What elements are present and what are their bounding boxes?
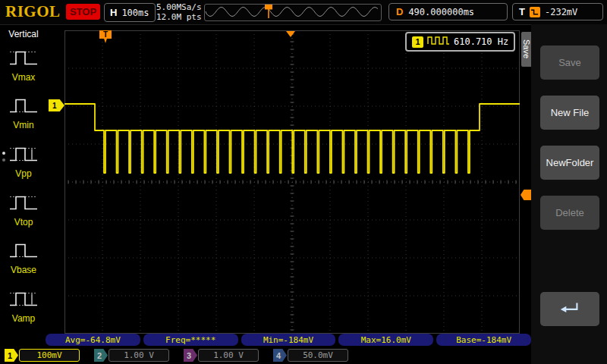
channel-number-badge: 4 <box>273 349 287 362</box>
channel-number-badge: 3 <box>184 349 197 362</box>
channel-status: 2 1.00 V <box>94 349 169 362</box>
d-label: D <box>396 6 403 17</box>
horizontal-timebase-box: H 100ms <box>104 3 156 22</box>
channel-scale-value: 100mV <box>19 349 80 362</box>
frequency-counter: 1 610.710 Hz <box>405 32 515 52</box>
measure-menu-title: Vertical <box>0 29 47 39</box>
vamp-icon <box>8 289 39 312</box>
top-status-bar: RIGOL STOP H 100ms 5.00MSa/s 12.0M pts D… <box>0 0 607 25</box>
measurement-item: Max=16.0mV <box>338 334 433 346</box>
waveform-display <box>64 30 520 334</box>
h-label: H <box>110 7 117 18</box>
measure-menu-item[interactable]: Vpp <box>8 144 39 179</box>
channel-scale-value: 1.00 V <box>198 349 259 362</box>
counter-channel-badge: 1 <box>412 36 423 48</box>
t-label: T <box>519 6 525 17</box>
measure-menu-item[interactable]: Vmin <box>8 96 39 130</box>
channel-status: 1 100mV <box>5 349 80 362</box>
horizontal-offset-value: 490.000000ms <box>408 7 474 17</box>
channel-scale-value: 1.00 V <box>109 349 169 362</box>
save-menu-buttons: Save New File NewFolder Delete <box>540 24 599 312</box>
run-state-badge: STOP <box>66 4 100 20</box>
square-wave-icon <box>427 35 450 49</box>
back-button[interactable] <box>540 292 599 326</box>
measure-menu-item[interactable]: Vtop <box>8 193 39 228</box>
oscilloscope-screen: RIGOL STOP H 100ms 5.00MSa/s 12.0M pts D… <box>0 0 607 364</box>
channel-status-items: 1 100mV 2 1.00 V 3 1.00 V 4 50.0mV <box>0 347 607 364</box>
measure-menu-item[interactable]: Vbase <box>8 240 39 275</box>
waveform-plot <box>64 30 520 334</box>
preview-waveform-icon <box>205 5 379 19</box>
measure-menu: Vertical Vmax Vmin Vpp <box>0 24 47 334</box>
trigger-level-value: -232mV <box>545 7 577 17</box>
menu-button[interactable]: Delete <box>540 196 599 230</box>
measurement-results-bar: Avg=-64.8mV Freq=***** Min=-184mV Max=16… <box>46 334 531 346</box>
timebase-value: 100ms <box>121 8 149 18</box>
return-arrow-icon <box>558 300 582 318</box>
sample-rate: 5.00MSa/s <box>156 2 202 12</box>
page-dot <box>2 158 5 162</box>
channel-status-bar: 1 100mV 2 1.00 V 3 1.00 V 4 50.0mV <box>0 347 607 364</box>
vpp-icon <box>8 144 39 168</box>
menu-button[interactable]: New File <box>540 96 599 130</box>
measurement-item: Min=-184mV <box>241 334 336 346</box>
measurement-item: Freq=***** <box>143 334 238 346</box>
channel-scale-value: 50.0mV <box>288 349 348 362</box>
trigger-center-icon <box>286 31 295 37</box>
measure-menu-item[interactable]: Vmax <box>8 48 39 83</box>
trigger-level-marker <box>521 190 531 200</box>
acquisition-info: 5.00MSa/s 12.0M pts <box>156 2 202 22</box>
channel-status: 3 1.00 V <box>184 349 259 362</box>
menu-button[interactable]: Save <box>540 46 599 80</box>
horizontal-offset-box: D 490.000000ms <box>388 3 508 20</box>
trigger-info-box: T -232mV <box>512 3 603 20</box>
vbase-icon <box>8 240 39 264</box>
channel-status: 4 50.0mV <box>273 349 348 362</box>
measurement-item: Avg=-64.8mV <box>46 334 140 346</box>
menu-tab-save: Save <box>521 32 531 67</box>
frequency-value: 610.710 Hz <box>454 36 508 47</box>
menu-button[interactable]: NewFolder <box>540 146 599 180</box>
vmin-icon <box>8 96 39 119</box>
brand-logo: RIGOL <box>5 2 61 21</box>
channel-number-badge: 1 <box>5 349 18 362</box>
vmax-icon <box>8 48 39 71</box>
vtop-icon <box>8 193 39 216</box>
channel1-level-marker: 1 <box>49 99 64 111</box>
page-dot <box>2 152 5 155</box>
menu-page-indicator <box>2 152 5 162</box>
channel-number-badge: 2 <box>94 349 108 362</box>
memory-waveform-preview <box>204 4 382 21</box>
measure-menu-items: Vmax Vmin Vpp Vtop <box>0 41 47 331</box>
trigger-slope-icon <box>530 7 540 17</box>
memory-depth: 12.0M pts <box>156 12 202 22</box>
measurement-item: Base=-184mV <box>436 334 531 346</box>
measure-menu-item[interactable]: Vamp <box>8 289 39 324</box>
